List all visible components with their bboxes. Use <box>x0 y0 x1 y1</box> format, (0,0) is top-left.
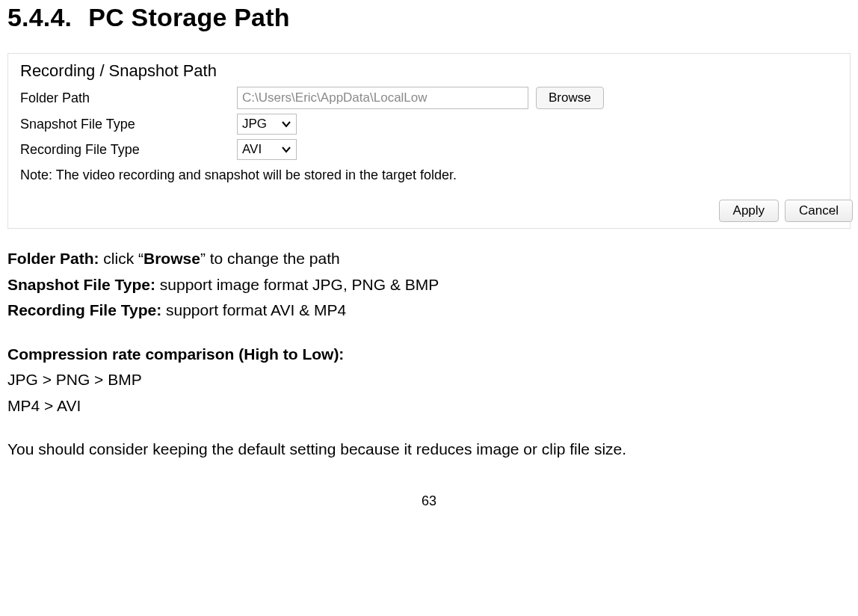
apply-button[interactable]: Apply <box>719 200 780 222</box>
snapshot-type-row: Snapshot File Type JPG <box>20 114 838 135</box>
chevron-down-icon <box>281 146 291 153</box>
recording-type-label: Recording File Type <box>20 142 237 158</box>
recording-type-row: Recording File Type AVI <box>20 139 838 160</box>
desc-folder-path: Folder Path: click “Browse” to change th… <box>7 247 851 271</box>
recording-type-value: AVI <box>242 142 262 157</box>
panel-actions: Apply Cancel <box>719 200 853 222</box>
folder-path-row: Folder Path Browse <box>20 87 838 109</box>
compression-img-line: JPG > PNG > BMP <box>7 368 851 392</box>
desc-folder-pre: click “ <box>99 250 144 267</box>
panel-legend: Recording / Snapshot Path <box>20 61 838 81</box>
snapshot-type-value: JPG <box>242 117 267 132</box>
page-number: 63 <box>7 493 851 509</box>
compression-vid-line: MP4 > AVI <box>7 394 851 419</box>
section-number: 5.4.4. <box>7 3 72 32</box>
folder-path-label: Folder Path <box>20 90 237 106</box>
desc-snapshot-type: Snapshot File Type: support image format… <box>7 273 851 298</box>
snapshot-type-label: Snapshot File Type <box>20 117 237 132</box>
desc-recording-text: support format AVI & MP4 <box>161 301 346 318</box>
description-body: Folder Path: click “Browse” to change th… <box>7 247 851 462</box>
folder-path-input[interactable] <box>237 87 528 109</box>
browse-button[interactable]: Browse <box>536 87 604 109</box>
advice-text: You should consider keeping the default … <box>7 437 851 462</box>
section-title: PC Storage Path <box>88 3 289 31</box>
desc-snapshot-label: Snapshot File Type: <box>7 276 155 293</box>
desc-folder-browse: Browse <box>143 250 200 267</box>
desc-recording-type: Recording File Type: support format AVI … <box>7 298 851 323</box>
snapshot-type-select[interactable]: JPG <box>237 114 297 135</box>
settings-panel: Recording / Snapshot Path Folder Path Br… <box>7 53 851 229</box>
section-heading: 5.4.4.PC Storage Path <box>7 3 851 32</box>
compression-heading: Compression rate comparison (High to Low… <box>7 342 851 367</box>
panel-note: Note: The video recording and snapshot w… <box>20 167 838 183</box>
desc-folder-post: ” to change the path <box>200 250 340 267</box>
desc-recording-label: Recording File Type: <box>7 301 161 318</box>
recording-type-select[interactable]: AVI <box>237 139 297 160</box>
desc-snapshot-text: support image format JPG, PNG & BMP <box>155 276 439 293</box>
desc-folder-label: Folder Path: <box>7 250 99 267</box>
chevron-down-icon <box>281 120 291 128</box>
cancel-button[interactable]: Cancel <box>785 200 853 222</box>
